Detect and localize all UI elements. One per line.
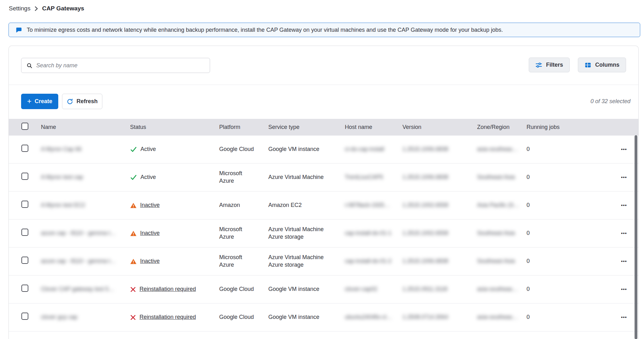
breadcrumb-settings-link[interactable]: Settings xyxy=(9,5,31,12)
running-jobs: 0 xyxy=(527,230,608,237)
status-cell: Inactive xyxy=(130,258,219,265)
refresh-label: Refresh xyxy=(77,98,98,105)
filters-button[interactable]: Filters xyxy=(529,58,570,72)
col-zone-region: Zone/Region xyxy=(477,124,527,131)
comment-icon xyxy=(15,27,22,33)
zone-region: asia-southeas… xyxy=(477,146,527,153)
platform: Microsoft Azure xyxy=(219,254,268,269)
row-checkbox[interactable] xyxy=(21,229,28,236)
breadcrumb: Settings CAP Gateways xyxy=(9,5,84,12)
gateway-name: azure cap - 8110 - gemma t… xyxy=(41,258,130,265)
banner-text: To minimize egress costs and network lat… xyxy=(27,27,503,33)
select-all-checkbox[interactable] xyxy=(21,123,28,130)
status-cell: Inactive xyxy=(130,230,219,237)
row-checkbox[interactable] xyxy=(21,145,28,152)
version: 1.2515.1002.6558 xyxy=(402,230,477,237)
host-name: clover-cap02 xyxy=(345,286,402,293)
gateway-name: A Myron Cap 66 xyxy=(41,146,130,153)
gateway-name: azure cap - 8110 - gemma t… xyxy=(41,230,130,237)
refresh-button[interactable]: Refresh xyxy=(62,94,102,109)
check-icon xyxy=(130,174,137,181)
create-label: Create xyxy=(35,98,52,105)
status-cell: Active xyxy=(130,174,219,181)
row-checkbox[interactable] xyxy=(21,201,28,208)
filters-icon xyxy=(535,62,542,69)
check-icon xyxy=(130,146,137,153)
gateways-table: Name Status Platform Service type Host n… xyxy=(9,119,638,331)
table-row: azure cap - 8110 - gemma t… Inactive Mic… xyxy=(9,220,638,247)
row-checkbox[interactable] xyxy=(21,257,28,264)
status-label: Active xyxy=(140,146,156,153)
zone-region: asia-southeas… xyxy=(477,286,527,293)
status-link[interactable]: Inactive xyxy=(140,230,160,237)
row-menu-button[interactable]: ••• xyxy=(621,286,627,292)
running-jobs: 0 xyxy=(527,258,608,265)
host-name: TrentLiuxCAP5 xyxy=(345,174,402,181)
platform: Amazon xyxy=(219,202,268,209)
col-running-jobs: Running jobs xyxy=(527,124,608,131)
table-row: azure cap - 8110 - gemma t… Inactive Mic… xyxy=(9,247,638,275)
status-link[interactable]: Inactive xyxy=(140,258,160,265)
version: 1.2515.1006.6838 xyxy=(402,258,477,265)
row-menu-button[interactable]: ••• xyxy=(621,175,627,180)
table-row: A Myron Cap 66 Active Google Cloud Googl… xyxy=(9,136,638,164)
status-cell: Reinstallation required xyxy=(130,314,219,321)
host-name: cap-install-ds-01-2 xyxy=(345,258,402,265)
columns-icon xyxy=(584,62,591,69)
running-jobs: 0 xyxy=(527,146,608,153)
table-header: Name Status Platform Service type Host n… xyxy=(9,119,638,136)
table-row: clover gcp cap Reinstallation required G… xyxy=(9,303,638,331)
gateway-name: A Myron test EC2 xyxy=(41,202,130,209)
service-type: Azure Virtual Machine Azure storage xyxy=(268,254,345,269)
version: 1.2515.1002.6558 xyxy=(402,202,477,209)
table-row: Clover CAP gateway test 5… Reinstallatio… xyxy=(9,275,638,303)
col-platform: Platform xyxy=(219,124,268,131)
host-name: ci-ds-cap-install xyxy=(345,146,402,153)
row-checkbox[interactable] xyxy=(21,173,28,180)
host-name: cap-install-ds-01-1 xyxy=(345,230,402,237)
col-host-name: Host name xyxy=(345,124,402,131)
status-cell: Inactive xyxy=(130,202,219,209)
row-menu-button[interactable]: ••• xyxy=(621,147,627,152)
gateway-name: Clover CAP gateway test 5… xyxy=(41,286,130,293)
gateway-name: clover gcp cap xyxy=(41,314,130,321)
col-service-type: Service type xyxy=(268,124,345,131)
service-type: Google VM instance xyxy=(268,286,345,293)
row-menu-button[interactable]: ••• xyxy=(621,203,627,208)
host-name: ubuntu2404fix-cl… xyxy=(345,314,402,321)
search-box xyxy=(21,58,210,73)
platform: Google Cloud xyxy=(219,146,268,153)
error-icon xyxy=(130,314,136,320)
row-menu-button[interactable]: ••• xyxy=(621,258,627,264)
status-link[interactable]: Reinstallation required xyxy=(140,314,196,321)
warning-icon xyxy=(130,230,137,237)
create-button[interactable]: + Create xyxy=(21,94,58,109)
running-jobs: 0 xyxy=(527,202,608,209)
columns-button[interactable]: Columns xyxy=(578,58,626,72)
platform: Google Cloud xyxy=(219,286,268,293)
col-name: Name xyxy=(41,124,130,131)
row-checkbox[interactable] xyxy=(21,285,28,292)
vertical-scrollbar[interactable] xyxy=(635,135,637,339)
running-jobs: 0 xyxy=(527,174,608,181)
service-type: Azure Virtual Machine xyxy=(268,174,345,181)
version: 1.2515.1006.6838 xyxy=(402,146,477,153)
warning-icon xyxy=(130,202,137,209)
col-version: Version xyxy=(402,124,477,131)
status-link[interactable]: Inactive xyxy=(140,202,160,209)
warning-icon xyxy=(130,258,137,265)
service-type: Google VM instance xyxy=(268,314,345,321)
table-row: A Myron test EC2 Inactive Amazon Amazon … xyxy=(9,192,638,220)
platform: Microsoft Azure xyxy=(219,170,268,185)
row-menu-button[interactable]: ••• xyxy=(621,231,627,236)
platform: Microsoft Azure xyxy=(219,226,268,241)
gateway-name: A Myron test cap xyxy=(41,174,130,181)
row-menu-button[interactable]: ••• xyxy=(621,314,627,320)
selection-summary: 0 of 32 selected xyxy=(590,98,630,105)
table-row: A Myron test cap Active Microsoft Azure … xyxy=(9,164,638,192)
row-checkbox[interactable] xyxy=(21,313,28,320)
info-banner: To minimize egress costs and network lat… xyxy=(9,23,640,37)
search-input[interactable] xyxy=(36,62,205,69)
status-link[interactable]: Reinstallation required xyxy=(140,286,196,293)
version: 1.2515.0911.3118 xyxy=(402,286,477,293)
